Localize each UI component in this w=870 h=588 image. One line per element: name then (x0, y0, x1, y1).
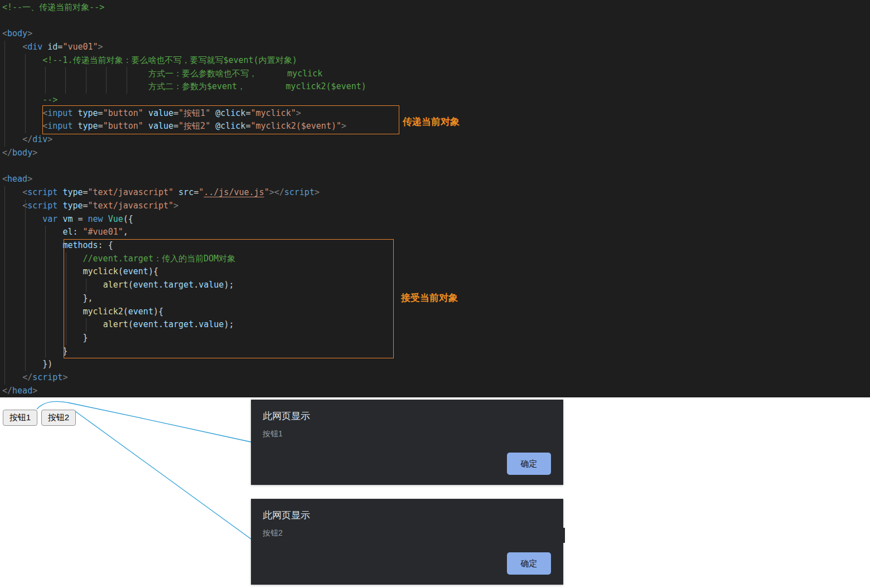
ok-button[interactable]: 确定 (507, 453, 551, 475)
indent-guide (65, 67, 66, 94)
dialog-message: 按钮1 (263, 429, 283, 439)
code-line (2, 160, 366, 173)
indent-guide (106, 67, 107, 94)
code-line: 方式二：参数为$event， myclick2($event) (2, 80, 366, 94)
indent-guide (4, 41, 5, 147)
code-line: </div> (2, 133, 366, 147)
indent-guide (25, 200, 26, 371)
code-line: </script> (2, 371, 366, 385)
code-line: <script type="text/javascript" src="../j… (2, 186, 366, 200)
code-line: 方式一：要么参数啥也不写， myclick (2, 67, 366, 81)
screenshot-root: <!--一、传递当前对象--> <body> <div id="vue01"> … (0, 0, 870, 588)
code-line: <div id="vue01"> (2, 41, 366, 54)
code-line: }) (2, 358, 366, 371)
alert-dialog-2: 此网页显示 按钮2 确定 (251, 499, 563, 585)
indent-guide (25, 54, 26, 133)
code-line: <script type="text/javascript"> (2, 200, 366, 213)
annotation-label-pass: 传递当前对象 (403, 115, 460, 128)
code-editor: <!--一、传递当前对象--> <body> <div id="vue01"> … (0, 0, 870, 397)
indent-guide (127, 67, 127, 94)
annotation-box-methods (64, 239, 394, 358)
annotation-box-inputs (42, 105, 399, 134)
dialog-title: 此网页显示 (263, 410, 310, 422)
code-line: <!--1.传递当前对象：要么啥也不写，要写就写$event(内置对象) (2, 54, 366, 67)
alert-dialog-1: 此网页显示 按钮1 确定 (251, 400, 563, 485)
code-line: el: "#vue01", (2, 226, 366, 239)
preview-button-2[interactable]: 按钮2 (41, 410, 76, 426)
code-line: </head> (2, 385, 366, 397)
indent-guide (45, 226, 46, 358)
screenshot-artifact (563, 528, 565, 543)
code-line: </body> (2, 147, 366, 160)
code-line: <!--一、传递当前对象--> (2, 1, 366, 14)
code-line: <body> (2, 27, 366, 41)
code-line: <head> (2, 173, 366, 186)
code-line (2, 14, 366, 28)
browser-preview: 按钮1 按钮2 此网页显示 按钮1 确定 此网页显示 按钮2 确定 (0, 397, 870, 588)
indent-guide (86, 67, 86, 94)
connector-line-2 (75, 411, 251, 539)
code-line: var vm = new Vue({ (2, 213, 366, 226)
annotation-label-receive: 接受当前对象 (401, 291, 458, 304)
indent-guide (45, 67, 46, 94)
indent-guide (4, 186, 5, 385)
preview-button-1[interactable]: 按钮1 (3, 410, 37, 426)
dialog-title: 此网页显示 (263, 509, 310, 522)
dialog-message: 按钮2 (263, 528, 283, 538)
ok-button[interactable]: 确定 (507, 552, 551, 575)
